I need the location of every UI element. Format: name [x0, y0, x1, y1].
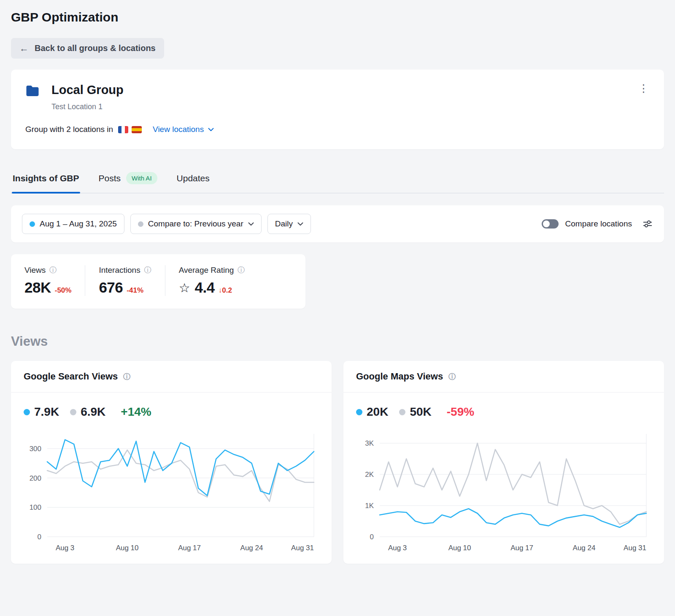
tabs: Insights of GBP Posts With AI Updates	[11, 169, 664, 194]
tab-updates[interactable]: Updates	[176, 169, 211, 193]
back-button-label: Back to all groups & locations	[35, 43, 156, 53]
chevron-down-icon	[297, 222, 303, 226]
chart-legend: 20K 50K -59%	[356, 405, 651, 419]
tab-posts[interactable]: Posts With AI	[98, 169, 158, 193]
compare-to-dropdown[interactable]: Compare to: Previous year	[130, 214, 262, 234]
section-title-views: Views	[11, 334, 664, 349]
tab-label: Posts	[99, 173, 121, 183]
google-search-views-chart: 0100200300Aug 3Aug 10Aug 17Aug 24Aug 31	[24, 428, 319, 557]
current-period-dot	[30, 221, 35, 227]
metric-value: 4.4	[195, 279, 215, 296]
svg-text:Aug 10: Aug 10	[448, 544, 471, 552]
google-maps-views-card: Google Maps Views ⓘ 20K 50K -59% 01K2K3K…	[343, 361, 664, 564]
previous-period-dot	[138, 221, 143, 227]
group-subtitle: Test Location 1	[51, 102, 124, 111]
svg-text:1K: 1K	[365, 502, 374, 510]
previous-series-dot	[70, 409, 76, 415]
metric-views: Views ⓘ 28K -50%	[11, 265, 85, 296]
chart-title: Google Maps Views	[356, 371, 443, 382]
metrics-summary: Views ⓘ 28K -50% Interactions ⓘ 676 -41%…	[11, 254, 305, 309]
previous-series-dot	[399, 409, 405, 415]
svg-text:Aug 24: Aug 24	[573, 544, 596, 552]
filter-settings-icon[interactable]	[642, 219, 653, 229]
star-icon: ☆	[179, 280, 190, 295]
info-icon[interactable]: ⓘ	[448, 372, 456, 382]
metric-label: Average Rating	[179, 266, 234, 275]
compare-locations-toggle[interactable]	[542, 219, 559, 229]
with-ai-badge: With AI	[126, 172, 157, 184]
kebab-menu-button[interactable]: ⋮	[634, 81, 653, 96]
spain-flag-icon	[132, 126, 142, 133]
chevron-down-icon	[208, 128, 214, 132]
google-maps-views-chart: 01K2K3KAug 3Aug 10Aug 17Aug 24Aug 31	[356, 428, 651, 557]
info-icon[interactable]: ⓘ	[49, 265, 57, 275]
tab-insights-of-gbp[interactable]: Insights of GBP	[12, 169, 80, 193]
view-locations-link[interactable]: View locations	[153, 125, 214, 134]
page-title: GBP Optimization	[11, 10, 664, 24]
metric-delta: -41%	[127, 286, 143, 295]
svg-text:100: 100	[30, 503, 41, 511]
info-icon[interactable]: ⓘ	[144, 265, 151, 275]
current-series-dot	[356, 409, 362, 415]
granularity-dropdown[interactable]: Daily	[267, 214, 311, 234]
filter-right-group: Compare locations	[542, 219, 653, 229]
chevron-down-icon	[248, 222, 254, 226]
svg-text:2K: 2K	[365, 471, 374, 479]
locations-row: Group with 2 locations in View locations	[25, 125, 650, 134]
svg-text:Aug 10: Aug 10	[116, 544, 139, 552]
svg-text:200: 200	[30, 474, 41, 482]
folder-icon	[25, 85, 40, 99]
compare-locations-label: Compare locations	[565, 219, 632, 229]
metric-delta: -50%	[55, 286, 72, 295]
metric-delta: ↓0.2	[219, 286, 232, 295]
change-percentage: -59%	[447, 405, 474, 419]
metric-value: 676	[99, 279, 123, 296]
date-range-label: Aug 1 – Aug 31, 2025	[40, 219, 117, 229]
granularity-label: Daily	[275, 219, 293, 229]
back-arrow-icon: ←	[19, 44, 29, 53]
svg-text:Aug 31: Aug 31	[291, 544, 314, 552]
svg-text:Aug 24: Aug 24	[240, 544, 263, 552]
group-card: Local Group Test Location 1 ⋮ Group with…	[11, 70, 664, 149]
metric-value: 28K	[24, 279, 51, 296]
info-icon[interactable]: ⓘ	[238, 265, 245, 275]
metric-average-rating: Average Rating ⓘ ☆ 4.4 ↓0.2	[165, 265, 259, 296]
metric-interactions: Interactions ⓘ 676 -41%	[85, 265, 165, 296]
chart-legend: 7.9K 6.9K +14%	[24, 405, 319, 419]
current-value: 7.9K	[34, 405, 59, 419]
kebab-icon: ⋮	[638, 82, 649, 94]
compare-to-label: Compare to: Previous year	[148, 219, 243, 229]
info-icon[interactable]: ⓘ	[123, 372, 130, 382]
svg-text:Aug 17: Aug 17	[510, 544, 533, 552]
date-range-picker[interactable]: Aug 1 – Aug 31, 2025	[22, 214, 124, 234]
chart-title: Google Search Views	[24, 371, 118, 382]
svg-text:300: 300	[30, 445, 41, 453]
locations-text: Group with 2 locations in	[25, 125, 113, 134]
gbp-optimization-page: GBP Optimization ← Back to all groups & …	[0, 0, 675, 581]
svg-text:3K: 3K	[365, 439, 374, 447]
france-flag-icon	[118, 126, 128, 133]
current-value: 20K	[367, 405, 388, 419]
metric-label: Interactions	[99, 266, 140, 275]
change-percentage: +14%	[121, 405, 151, 419]
svg-text:0: 0	[38, 533, 41, 541]
tab-label: Updates	[177, 173, 210, 183]
google-search-views-card: Google Search Views ⓘ 7.9K 6.9K +14% 010…	[11, 361, 332, 564]
metric-label: Views	[24, 266, 46, 275]
svg-text:Aug 3: Aug 3	[56, 544, 74, 552]
view-locations-label: View locations	[153, 125, 204, 134]
previous-value: 50K	[410, 405, 431, 419]
previous-value: 6.9K	[81, 405, 105, 419]
tab-label: Insights of GBP	[13, 173, 79, 183]
svg-text:Aug 3: Aug 3	[388, 544, 407, 552]
toggle-knob	[543, 221, 550, 227]
group-header: Local Group Test Location 1	[25, 83, 650, 111]
group-title: Local Group	[51, 83, 124, 97]
svg-text:0: 0	[370, 533, 374, 541]
svg-text:Aug 17: Aug 17	[178, 544, 201, 552]
svg-text:Aug 31: Aug 31	[624, 544, 646, 552]
back-button[interactable]: ← Back to all groups & locations	[11, 38, 164, 59]
filter-bar: Aug 1 – Aug 31, 2025 Compare to: Previou…	[11, 205, 664, 242]
current-series-dot	[24, 409, 30, 415]
charts-grid: Google Search Views ⓘ 7.9K 6.9K +14% 010…	[11, 361, 664, 564]
